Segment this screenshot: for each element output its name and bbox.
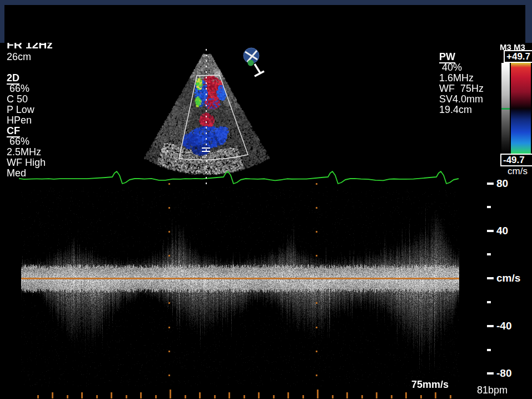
param-line: P Low — [7, 105, 46, 115]
probe-orientation-icon — [240, 47, 268, 79]
param-line: 66% — [7, 83, 46, 94]
param-line: HPen — [7, 115, 46, 126]
sample-volume-gate[interactable] — [202, 151, 210, 152]
param-line: SV4.0mm — [439, 94, 484, 105]
pw-cursor-line[interactable] — [206, 49, 207, 185]
velocity-scale-min: -49.7 — [500, 154, 532, 166]
param-line: Med — [7, 168, 46, 179]
param-line: CF — [7, 126, 46, 136]
param-line: WF High — [7, 157, 46, 168]
param-line: 40% — [439, 62, 484, 73]
left-parameter-panel: 26cm2D 66%C 50P LowHPenCF 66%2.5MHzWF Hi… — [7, 52, 46, 179]
param-line: C 50 — [7, 94, 46, 105]
param-line: 26cm — [7, 52, 46, 62]
param-line: PW — [439, 52, 484, 62]
heart-rate-label: 81bpm — [477, 385, 508, 396]
param-line: 66% — [7, 136, 46, 147]
doppler-baseline[interactable] — [21, 278, 459, 279]
param-line: WF 75Hz — [439, 83, 484, 94]
param-line: 19.4cm — [439, 105, 484, 115]
param-line — [7, 62, 46, 73]
param-line: 1.6MHz — [439, 73, 484, 83]
sample-volume-gate[interactable] — [202, 147, 210, 149]
pw-parameter-panel: PW 40%1.6MHzWF 75HzSV4.0mm19.4cm — [439, 52, 484, 115]
param-line: 2.5MHz — [7, 147, 46, 157]
param-line: 2D — [7, 73, 46, 83]
velocity-scale-max: +49.7 — [504, 50, 532, 63]
patient-info-redaction-box — [4, 5, 525, 43]
ultrasound-screen: FR 12Hz 26cm2D 66%C 50P LowHPenCF 66%2.5… — [0, 0, 532, 399]
sweep-speed-label: 75mm/s — [411, 379, 449, 391]
